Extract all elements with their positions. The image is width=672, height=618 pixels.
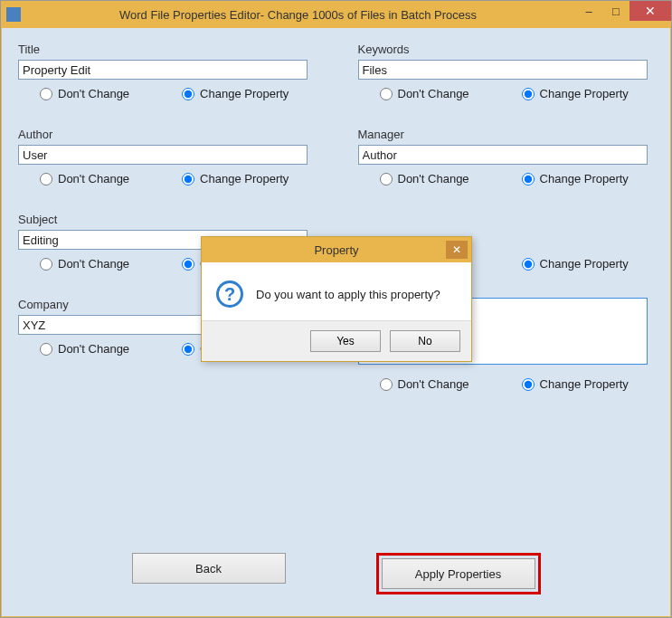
question-icon: ? bbox=[214, 279, 245, 309]
input-manager[interactable] bbox=[358, 145, 648, 165]
window-title: Word File Properties Editor- Change 1000… bbox=[21, 8, 575, 22]
svg-text:?: ? bbox=[224, 284, 235, 304]
titlebar: Word File Properties Editor- Change 1000… bbox=[1, 1, 671, 28]
app-icon bbox=[6, 7, 21, 22]
window-controls: – □ ✕ bbox=[575, 1, 671, 28]
field-author: Author Don't Change Change Property bbox=[18, 128, 315, 185]
label-subject: Subject bbox=[18, 213, 315, 226]
radio-author-dontchange[interactable]: Don't Change bbox=[40, 172, 129, 185]
radio-title-change[interactable]: Change Property bbox=[182, 87, 289, 100]
radios-manager: Don't Change Change Property bbox=[358, 172, 655, 185]
radios-author: Don't Change Change Property bbox=[18, 172, 315, 185]
input-title[interactable] bbox=[18, 60, 308, 80]
field-title: Title Don't Change Change Property bbox=[18, 43, 315, 100]
back-button[interactable]: Back bbox=[132, 553, 286, 584]
radio-manager-dontchange[interactable]: Don't Change bbox=[380, 172, 469, 185]
radios-comments: Don't Change Change Property bbox=[358, 377, 655, 391]
dialog-message: Do you want to apply this property? bbox=[256, 288, 440, 301]
dialog-yes-button[interactable]: Yes bbox=[310, 330, 381, 352]
radio-manager-change[interactable]: Change Property bbox=[522, 172, 629, 185]
dialog-close-button[interactable]: ✕ bbox=[446, 241, 468, 259]
apply-properties-button[interactable]: Apply Properties bbox=[382, 558, 535, 589]
dialog-buttons: Yes No bbox=[202, 320, 471, 361]
radio-comments-change[interactable]: Change Property bbox=[522, 377, 629, 391]
radio-hidden-change[interactable]: Change Property bbox=[522, 257, 629, 271]
radio-title-dontchange[interactable]: Don't Change bbox=[40, 87, 129, 100]
dialog-no-button[interactable]: No bbox=[390, 330, 460, 352]
label-author: Author bbox=[18, 128, 315, 141]
label-keywords: Keywords bbox=[358, 43, 655, 56]
label-title: Title bbox=[18, 43, 315, 56]
apply-highlight: Apply Properties bbox=[376, 553, 541, 594]
radio-keywords-change[interactable]: Change Property bbox=[522, 87, 629, 100]
radios-keywords: Don't Change Change Property bbox=[358, 87, 655, 100]
field-manager: Manager Don't Change Change Property bbox=[358, 128, 655, 185]
dialog-title: Property bbox=[314, 243, 358, 257]
radio-author-change[interactable]: Change Property bbox=[182, 172, 289, 185]
radio-subject-dontchange[interactable]: Don't Change bbox=[40, 257, 129, 271]
radio-comments-dontchange[interactable]: Don't Change bbox=[380, 377, 469, 391]
radio-keywords-dontchange[interactable]: Don't Change bbox=[380, 87, 469, 100]
dialog-titlebar: Property ✕ bbox=[202, 237, 471, 262]
close-button[interactable]: ✕ bbox=[629, 1, 671, 21]
label-manager: Manager bbox=[358, 128, 655, 141]
input-keywords[interactable] bbox=[358, 60, 648, 80]
property-dialog: Property ✕ ? Do you want to apply this p… bbox=[201, 236, 472, 362]
bottom-buttons: Back Apply Properties bbox=[2, 553, 670, 594]
input-author[interactable] bbox=[18, 145, 308, 165]
radio-company-dontchange[interactable]: Don't Change bbox=[40, 342, 129, 356]
field-keywords: Keywords Don't Change Change Property bbox=[358, 43, 655, 100]
maximize-button[interactable]: □ bbox=[602, 1, 629, 21]
minimize-button[interactable]: – bbox=[575, 1, 602, 21]
radios-title: Don't Change Change Property bbox=[18, 87, 315, 100]
dialog-body: ? Do you want to apply this property? bbox=[202, 262, 471, 320]
